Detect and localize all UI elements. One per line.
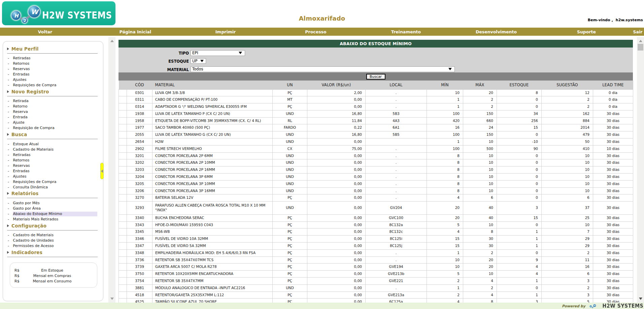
sidebar-section-header[interactable]: Relatórios bbox=[3, 191, 103, 196]
sidebar-item-cadastro-de-unidades[interactable]: - Cadastro de Unidades bbox=[3, 238, 97, 243]
cell-valor: 0,00 bbox=[307, 174, 366, 181]
cell-local: 5B3 bbox=[366, 110, 427, 117]
sidebar-item-gasto-por-rea[interactable]: - Gasto por Área bbox=[3, 206, 97, 211]
sidebar-item-ajustes[interactable]: - Ajustes bbox=[3, 174, 97, 179]
cell-un: PÇ bbox=[273, 228, 307, 236]
scroll-down-icon[interactable] bbox=[639, 298, 642, 300]
scroll-up-icon[interactable] bbox=[639, 40, 642, 42]
section-divider bbox=[7, 53, 98, 54]
sidebar-section-header[interactable]: Configuração bbox=[3, 223, 103, 228]
sidebar-section: Novo Registro - Retirada - Retorno - Res… bbox=[3, 89, 103, 131]
sidebar-item-gasto-por-m-s[interactable]: - Gasto por Mês bbox=[3, 200, 97, 206]
cell-max: 150 bbox=[463, 131, 497, 138]
scroll-thumb[interactable] bbox=[638, 44, 643, 51]
cell-estoque: 90 bbox=[497, 145, 542, 152]
sidebar-item-ajustes[interactable]: - Ajustes bbox=[3, 77, 97, 83]
cell-un: UND bbox=[273, 166, 307, 174]
nav-item-treinamento[interactable]: Treinamento bbox=[361, 28, 451, 36]
sidebar-item-consulta-din-mica[interactable]: - Consulta Dinâmica bbox=[3, 185, 97, 190]
main-scrollbar[interactable] bbox=[637, 37, 644, 303]
nav-item-sair[interactable]: Sair bbox=[632, 28, 644, 36]
table-row: 3750RETENTOR 10X20X5MM ENCARTUCHADORAPÇ0… bbox=[119, 271, 633, 278]
sidebar-item-reservas[interactable]: - Reservas bbox=[3, 66, 97, 72]
cell-lead: 30 dias bbox=[593, 117, 633, 124]
sidebar-item-retiradas[interactable]: - Retiradas bbox=[3, 56, 97, 61]
cell-local: 4A3 bbox=[366, 117, 427, 124]
sidebar-item-entradas[interactable]: - Entradas bbox=[3, 168, 97, 174]
cell-estoque: 0 bbox=[497, 159, 542, 166]
sidebar-item-requisi-es-de-compra[interactable]: - Requisições de Compra bbox=[3, 83, 97, 88]
sidebar-item-entradas[interactable]: - Entradas bbox=[3, 72, 97, 77]
cell-sugestao: 2014 bbox=[542, 124, 593, 131]
cell-estoque: 0 bbox=[497, 166, 542, 174]
tipo-select[interactable]: EPI bbox=[191, 50, 245, 56]
sidebar-section-header[interactable]: Indicadores bbox=[3, 250, 103, 255]
nav-item-processo[interactable]: Processo bbox=[271, 28, 361, 36]
sidebar-section-header[interactable]: Busca bbox=[3, 132, 103, 137]
sidebar-section-header[interactable]: Novo Registro bbox=[3, 89, 103, 94]
buscar-button[interactable]: Buscar bbox=[366, 74, 385, 80]
sidebar-item-retornos[interactable]: - Retornos bbox=[3, 158, 97, 163]
column-header-un: UN bbox=[273, 81, 307, 89]
svg-text:W: W bbox=[31, 8, 39, 16]
estoque-select[interactable]: UP bbox=[191, 58, 206, 64]
scroll-up-icon[interactable] bbox=[110, 40, 114, 42]
cell-cod: 3348 bbox=[127, 249, 152, 256]
material-select[interactable]: Todos bbox=[191, 66, 455, 72]
cell-un: UND bbox=[273, 202, 307, 215]
cell-un: FARDO bbox=[273, 124, 307, 131]
sidebar-collapse-handle[interactable] bbox=[100, 163, 104, 179]
table-row: 3348EMPILHADEIRA HIDRÁULICA MOD: EH 5.4/… bbox=[119, 249, 633, 256]
cell-lead: 30 dias bbox=[593, 236, 633, 243]
sidebar-item-materiais-mais-retirados[interactable]: - Materiais Mais Retirados bbox=[3, 217, 97, 222]
nav-item-imprimir[interactable]: Imprimir bbox=[180, 28, 271, 36]
cell-un: PÇ bbox=[273, 278, 307, 285]
sidebar-scrollbar[interactable] bbox=[108, 37, 115, 303]
cell-min: 5 bbox=[427, 271, 463, 278]
cell-max: 150 bbox=[463, 110, 497, 117]
sidebar-section-header[interactable]: Meu Perfil bbox=[3, 46, 103, 52]
table-row: 0301LUVA QM 3/8-3/8PÇ2,00.10208120 dia bbox=[119, 89, 633, 96]
indicator-mensal-em-compras[interactable]: R$ Mensal em Compras bbox=[10, 273, 97, 278]
cell-cod: 3345 bbox=[127, 228, 152, 236]
nav-item-voltar[interactable]: Voltar bbox=[0, 28, 90, 36]
nav-item-suporte[interactable]: Suporte bbox=[541, 28, 632, 36]
sidebar-item-requisi-es-de-compra[interactable]: - Requisições de Compra bbox=[3, 179, 97, 185]
scroll-down-icon[interactable] bbox=[110, 298, 114, 300]
sidebar-item-permiss-es-de-acesso[interactable]: - Permissões de Acesso bbox=[3, 243, 97, 249]
sidebar-item-estoque-atual[interactable]: - Estoque Atual bbox=[3, 142, 97, 147]
cell-estoque: 1 bbox=[497, 236, 542, 243]
cell-un: PÇ bbox=[273, 194, 307, 202]
nav-item-p-gina-inicial[interactable]: Página Inicial bbox=[90, 28, 180, 36]
sidebar-item-retirada[interactable]: - Retirada bbox=[3, 98, 97, 104]
nav-item-desenvolvimento[interactable]: Desenvolvimento bbox=[451, 28, 541, 36]
cell-material: FILME STRECH VERMELHO bbox=[152, 145, 273, 152]
sidebar-item-retorno[interactable]: - Retorno bbox=[3, 104, 97, 109]
indicators-box: R$ Em Estoque R$ Mensal em Compras R$ Me… bbox=[10, 262, 97, 288]
sidebar-item-cadastro-de-materiais[interactable]: - Cadastro de Materiais bbox=[3, 233, 97, 238]
sidebar-item-cadastro-de-materiais[interactable]: - Cadastro de Materiais bbox=[3, 147, 97, 152]
sidebar-item-ajuste[interactable]: - Ajuste bbox=[3, 120, 97, 125]
indicator-mensal-em-consumo[interactable]: R$ Mensal em Consumo bbox=[10, 278, 97, 284]
cell-local: GV204 bbox=[366, 202, 427, 215]
sidebar-item-retiradas[interactable]: - Retiradas bbox=[3, 152, 97, 158]
cell-min: 1 bbox=[427, 249, 463, 256]
sidebar-item-entrada[interactable]: - Entrada bbox=[3, 115, 97, 120]
table-row: 3345MS6-WBPÇ0,008C132c481730 dias bbox=[119, 228, 633, 236]
indicator-em-estoque[interactable]: R$ Em Estoque bbox=[10, 268, 97, 273]
sidebar-item-retornos[interactable]: - Retornos bbox=[3, 61, 97, 66]
sidebar-section: Meu Perfil - Retiradas - Retornos - Rese… bbox=[3, 46, 103, 88]
cell-cod: 3293 bbox=[127, 202, 152, 215]
cell-local: . bbox=[366, 256, 427, 264]
table-row: 3881MÓDULO ANALOGICO DE ENTRADA -INPUT A… bbox=[119, 284, 633, 291]
column-header-max: MÁX bbox=[463, 81, 497, 89]
sidebar-item-requisi-o-de-compra[interactable]: - Requisição de Compra bbox=[3, 125, 97, 131]
table-row: 3202CONECTOR PORCELANA 2P 10MMUND0,00.81… bbox=[119, 159, 633, 166]
cell-estoque: 1 bbox=[497, 243, 542, 250]
cell-lead: 30 dias bbox=[593, 166, 633, 174]
cell-cod: 0301 bbox=[127, 89, 152, 96]
cell-valor: 0,00 bbox=[307, 194, 366, 202]
sidebar-item-reservas[interactable]: - Reservas bbox=[3, 163, 97, 168]
sidebar-item-abaixo-do-estoque-m-nimo[interactable]: - Abaixo do Estoque Mínimo bbox=[3, 211, 97, 217]
sidebar-item-reserva[interactable]: - Reserva bbox=[3, 109, 97, 115]
